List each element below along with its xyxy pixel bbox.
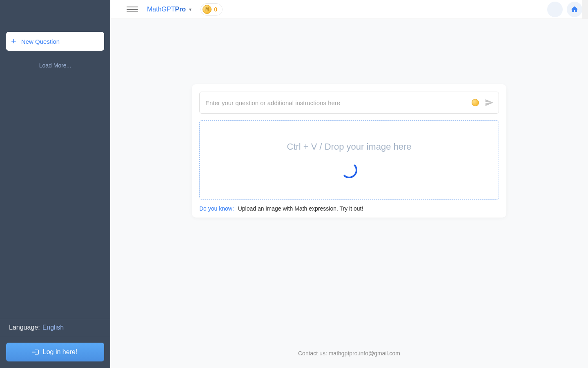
hint-label: Do you know: <box>199 205 234 212</box>
sidebar-bottom: Language: English Log in here! <box>0 319 110 368</box>
brand-part2: GPT <box>162 6 175 13</box>
new-question-label: New Question <box>21 38 60 45</box>
question-input[interactable] <box>205 99 472 106</box>
coin-icon: M <box>203 5 212 14</box>
home-icon <box>570 5 579 13</box>
image-dropzone[interactable]: Ctrl + V / Drop your image here <box>199 120 499 200</box>
load-more-button[interactable]: Load More... <box>6 62 104 69</box>
caret-down-icon: ▾ <box>189 7 192 12</box>
sidebar-main: + New Question Load More... <box>0 19 110 319</box>
language-value: English <box>42 324 64 331</box>
new-question-button[interactable]: + New Question <box>6 32 104 51</box>
home-button[interactable] <box>567 2 582 17</box>
plus-icon: + <box>11 37 16 46</box>
main: MathGPTPro ▾ M 0 Ctr <box>110 0 588 368</box>
login-label: Log in here! <box>43 348 78 356</box>
coin-icon <box>472 99 479 106</box>
hamburger-icon[interactable] <box>127 4 138 15</box>
sidebar: + New Question Load More... Language: En… <box>0 0 110 368</box>
language-label: Language: <box>9 324 40 331</box>
coin-pill[interactable]: M 0 <box>200 3 223 16</box>
login-wrap: Log in here! <box>0 336 110 368</box>
brand-part1: Math <box>147 6 162 13</box>
send-button[interactable] <box>485 98 494 107</box>
brand-part3: Pro <box>175 6 186 13</box>
question-card: Ctrl + V / Drop your image here Do you k… <box>192 84 506 218</box>
contact-text: Contact us: mathgptpro.info@gmail.com <box>110 350 588 357</box>
question-input-row <box>199 92 499 114</box>
hint-text: Upload an image with Math expression. Tr… <box>238 205 363 212</box>
sidebar-top-spacer <box>0 0 110 19</box>
topbar: MathGPTPro ▾ M 0 <box>110 0 588 19</box>
language-selector[interactable]: Language: English <box>0 319 110 336</box>
login-button[interactable]: Log in here! <box>6 343 104 361</box>
loading-spinner <box>341 162 357 178</box>
login-icon <box>33 349 39 355</box>
coin-count: 0 <box>214 6 217 13</box>
content: Ctrl + V / Drop your image here Do you k… <box>110 19 588 368</box>
avatar-button[interactable] <box>547 2 563 17</box>
hint-row: Do you know: Upload an image with Math e… <box>199 205 499 212</box>
dropzone-text: Ctrl + V / Drop your image here <box>287 141 411 152</box>
brand-dropdown[interactable]: MathGPTPro ▾ <box>147 6 192 13</box>
